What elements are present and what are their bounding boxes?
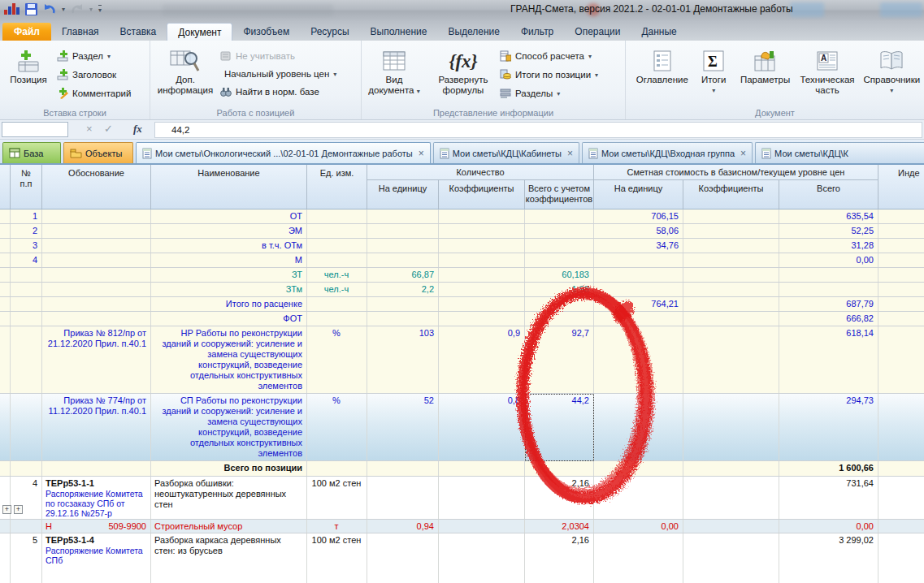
table-cell-cc[interactable] (683, 268, 779, 282)
ribbon-tab[interactable]: Документ (167, 23, 232, 41)
reference-books-button[interactable]: Справочники ▾ (863, 44, 921, 109)
table-cell-qt[interactable] (525, 297, 594, 311)
table-cell-cp[interactable]: 58,06 (594, 224, 683, 238)
table-cell-name[interactable]: Итого по расценке (151, 297, 307, 311)
table-cell-gutter[interactable] (0, 253, 11, 267)
table-cell-qc[interactable] (439, 283, 525, 296)
table-cell-qp[interactable] (367, 297, 439, 311)
table-cell-cc[interactable] (683, 297, 779, 311)
table-cell-gutter[interactable] (0, 209, 11, 223)
table-row[interactable]: 2ЭМ58,0652,25 (0, 224, 924, 239)
calculation-method-button[interactable]: Способ расчета▾ (500, 50, 598, 62)
table-cell-cc[interactable] (683, 239, 779, 253)
table-cell-gutter[interactable] (0, 461, 11, 476)
table-cell-obosn[interactable] (42, 312, 151, 326)
ribbon-tab[interactable]: Выполнение (360, 23, 438, 41)
table-row[interactable]: ЗТчел.-ч66,8760,183 (0, 268, 924, 283)
table-cell-qt[interactable]: 2,0304 (525, 520, 594, 533)
table-cell-name[interactable]: СП Работы по реконструкции зданий и соор… (151, 394, 307, 460)
table-cell-ct[interactable]: 666,82 (779, 312, 878, 326)
table-cell-unit[interactable]: % (307, 394, 367, 460)
table-cell-idx[interactable] (878, 326, 924, 393)
header-estimated-cost[interactable]: Сметная стоимость в базисном/текущем уро… (594, 165, 878, 180)
cell-name-box[interactable] (2, 122, 68, 137)
table-row[interactable]: 4М0,00 (0, 253, 924, 268)
table-cell-qp[interactable] (367, 253, 439, 267)
table-cell-ct[interactable]: 3 299,02 (779, 533, 878, 583)
table-cell-unit[interactable]: 100 м2 стен (307, 533, 367, 583)
table-cell-ct[interactable]: 31,28 (779, 239, 878, 253)
table-cell-idx[interactable] (878, 394, 924, 460)
table-cell-qt[interactable]: 2,16 (525, 533, 594, 583)
table-cell-qc[interactable]: 0,8 (439, 394, 525, 460)
table-cell-cp[interactable] (594, 283, 683, 296)
table-cell-ct[interactable]: 294,73 (779, 394, 878, 460)
table-cell-qc[interactable] (439, 477, 525, 519)
table-cell-ct[interactable]: 731,64 (779, 477, 878, 519)
table-cell-obosn[interactable]: ТЕРр53-1-1Распоряжение Комитета по госза… (42, 477, 151, 519)
table-cell-unit[interactable] (307, 461, 367, 476)
close-icon[interactable]: × (567, 148, 573, 159)
table-cell-name[interactable]: М (151, 253, 307, 267)
table-cell-unit[interactable] (307, 253, 367, 267)
table-cell-gutter[interactable] (0, 224, 11, 238)
table-cell-num[interactable]: 1 (11, 209, 42, 223)
table-cell-num[interactable] (11, 520, 42, 533)
table-cell-qt[interactable]: 1,98 (525, 283, 594, 296)
technical-part-button[interactable]: А Техническая часть (798, 44, 856, 109)
table-cell-name[interactable]: Разборка каркаса деревянных стен: из бру… (151, 533, 307, 583)
table-cell-num[interactable] (11, 268, 42, 282)
table-cell-num[interactable]: 3 (11, 239, 42, 253)
table-cell-name[interactable]: ЭМ (151, 224, 307, 238)
ribbon-tab[interactable]: Вставка (110, 23, 167, 41)
table-cell-idx[interactable] (878, 520, 924, 533)
table-cell-idx[interactable] (878, 283, 924, 296)
heading-button[interactable]: Заголовок (57, 69, 131, 80)
table-cell-qc[interactable]: 0,9 (439, 326, 525, 393)
header-cost-coefficients[interactable]: Коэффициенты (683, 180, 779, 209)
table-cell-name[interactable]: Всего по позиции (151, 461, 307, 476)
table-cell-qt[interactable]: 60,183 (525, 268, 594, 282)
table-row[interactable]: 3в т.ч. ОТм34,7631,28 (0, 239, 924, 253)
table-row[interactable]: Приказ № 812/пр от 21.12.2020 Прил. п.40… (0, 326, 924, 394)
table-cell-qt[interactable]: 2,16 (525, 477, 594, 519)
table-cell-qp[interactable] (367, 477, 439, 519)
table-cell-qc[interactable] (439, 239, 525, 253)
table-cell-qc[interactable] (439, 533, 525, 583)
header-cost-total[interactable]: Всего (779, 180, 878, 209)
table-cell-qp[interactable]: 2,2 (367, 283, 439, 296)
initial-price-level-button[interactable]: Начальный уровень цен▾ (220, 69, 336, 79)
table-cell-qc[interactable] (439, 312, 525, 326)
totals-button[interactable]: Σ Итоги ▾ (696, 44, 732, 109)
table-cell-ct[interactable]: 1 600,66 (779, 461, 878, 476)
table-cell-unit[interactable] (307, 239, 367, 253)
table-cell-num[interactable] (11, 297, 42, 311)
table-cell-cc[interactable] (683, 394, 779, 460)
table-cell-qp[interactable] (367, 209, 439, 223)
ribbon-tab[interactable]: Файл (2, 23, 51, 41)
confirm-entry-button[interactable]: ✓ (104, 123, 113, 135)
table-cell-name[interactable]: ОТ (151, 209, 307, 223)
ribbon-tab[interactable]: Физобъем (232, 23, 300, 41)
table-cell-idx[interactable] (878, 533, 924, 583)
ribbon-tab[interactable]: Ресурсы (300, 23, 359, 41)
document-tab[interactable]: Мои сметы\Онкологический ...\02-01-01 Де… (136, 142, 431, 163)
table-row[interactable]: 1ОТ706,15635,54 (0, 209, 924, 224)
table-cell-cp[interactable] (594, 326, 683, 393)
table-cell-idx[interactable] (878, 477, 924, 519)
table-cell-cp[interactable] (594, 312, 683, 326)
table-cell-gutter[interactable] (0, 268, 11, 282)
table-cell-qc[interactable] (439, 209, 525, 223)
table-cell-qt[interactable]: 92,7 (525, 326, 594, 393)
nav-tab-base[interactable]: База (2, 142, 61, 163)
table-cell-cp[interactable] (594, 461, 683, 476)
table-cell-qt[interactable] (525, 239, 594, 253)
table-cell-unit[interactable] (307, 312, 367, 326)
table-cell-idx[interactable] (878, 297, 924, 311)
table-cell-num[interactable]: 5 (11, 533, 42, 583)
table-cell-qt[interactable]: 44,2 (525, 394, 594, 460)
table-cell-qp[interactable] (367, 461, 439, 476)
table-row[interactable]: Приказ № 774/пр от 11.12.2020 Прил. п.40… (0, 394, 924, 461)
header-name[interactable]: Наименование (151, 165, 307, 209)
table-cell-cp[interactable]: 0,00 (594, 520, 683, 533)
